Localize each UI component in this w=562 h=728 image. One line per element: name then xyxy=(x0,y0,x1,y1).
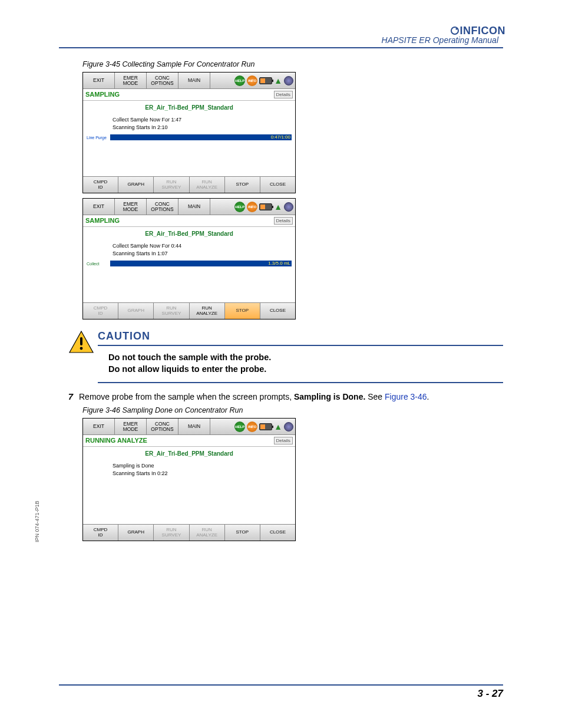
run-survey-button: RUN SURVEY xyxy=(154,525,189,541)
info-icon[interactable]: INFO xyxy=(247,75,257,86)
svg-point-4 xyxy=(80,347,83,350)
screenshot-fig45b: EXIT EMER MODE CONC OPTIONS MAIN HELP IN… xyxy=(82,198,296,319)
battery-icon xyxy=(259,203,272,210)
close-button[interactable]: CLOSE xyxy=(260,525,295,541)
emer-mode-tab[interactable]: EMER MODE xyxy=(115,199,147,215)
progress-bar: 1.3/5.0 mL xyxy=(110,261,292,266)
tree-icon: ▲ xyxy=(274,202,282,212)
stop-button[interactable]: STOP xyxy=(225,525,260,541)
status-label: RUNNING ANALYZE xyxy=(85,437,147,444)
help-icon[interactable]: HELP xyxy=(234,421,245,432)
emer-mode-tab[interactable]: EMER MODE xyxy=(115,73,147,88)
caution-icon xyxy=(68,330,98,383)
cmpd-id-button: CMPD ID xyxy=(83,303,118,319)
progress-readout: 1.3/5.0 mL xyxy=(268,261,290,266)
cmpd-id-button[interactable]: CMPD ID xyxy=(83,177,118,193)
details-button[interactable]: Details xyxy=(274,437,293,444)
run-survey-button: RUN SURVEY xyxy=(154,303,189,319)
info-icon[interactable]: INFO xyxy=(247,202,257,212)
graph-button: GRAPH xyxy=(118,303,154,319)
main-tab[interactable]: MAIN xyxy=(178,199,210,215)
globe-icon xyxy=(284,76,293,85)
svg-point-0 xyxy=(451,27,458,34)
done-line: Sampling is Done xyxy=(113,463,292,469)
caution-block: CAUTION Do not touch the sample with the… xyxy=(68,330,503,383)
caution-title: CAUTION xyxy=(98,330,503,346)
figure-46-caption: Figure 3-46 Sampling Done on Concentrato… xyxy=(82,406,503,414)
page-number: 3 - 27 xyxy=(478,688,503,699)
main-tab[interactable]: MAIN xyxy=(178,419,210,434)
conc-options-tab[interactable]: CONC OPTIONS xyxy=(147,199,178,215)
status-label: SAMPLING xyxy=(85,91,120,98)
progress-label: Line Purge xyxy=(87,136,110,140)
screenshot-fig46: EXIT EMER MODE CONC OPTIONS MAIN HELP IN… xyxy=(82,418,296,541)
tree-icon: ▲ xyxy=(274,76,282,85)
figure-46-link[interactable]: Figure 3-46 xyxy=(385,392,427,401)
main-tab[interactable]: MAIN xyxy=(178,73,210,88)
run-survey-button: RUN SURVEY xyxy=(154,177,189,193)
battery-icon xyxy=(259,77,272,84)
tree-icon: ▲ xyxy=(274,422,282,431)
method-name: ER_Air_Tri-Bed_PPM_Standard xyxy=(87,104,292,111)
step-number: 7 xyxy=(59,391,79,403)
collect-line: Collect Sample Now For 1:47 xyxy=(113,117,292,123)
progress-label: Collect xyxy=(87,262,110,266)
step-7: 7 Remove probe from the sample when the … xyxy=(59,391,503,403)
caution-line-1: Do not touch the sample with the probe. xyxy=(108,352,503,364)
run-analyze-button[interactable]: RUN ANALYZE xyxy=(190,303,225,319)
graph-button[interactable]: GRAPH xyxy=(118,177,154,193)
run-analyze-button: RUN ANALYZE xyxy=(190,177,225,193)
collect-line: Collect Sample Now For 0:44 xyxy=(113,243,292,249)
run-analyze-button: RUN ANALYZE xyxy=(190,525,225,541)
conc-options-tab[interactable]: CONC OPTIONS xyxy=(147,419,178,434)
help-icon[interactable]: HELP xyxy=(234,75,245,86)
method-name: ER_Air_Tri-Bed_PPM_Standard xyxy=(87,230,292,237)
scan-line: Scanning Starts In 1:07 xyxy=(113,251,292,256)
globe-icon xyxy=(284,202,293,212)
graph-button[interactable]: GRAPH xyxy=(118,525,154,541)
stop-button[interactable]: STOP xyxy=(225,177,260,193)
help-icon[interactable]: HELP xyxy=(234,202,245,212)
globe-icon xyxy=(284,422,293,431)
progress-bar: 0:47/1:00 xyxy=(110,134,292,140)
caution-line-2: Do not allow liquids to enter the probe. xyxy=(108,364,503,375)
emer-mode-tab[interactable]: EMER MODE xyxy=(115,419,147,434)
scan-line: Scanning Starts In 0:22 xyxy=(113,470,292,476)
svg-rect-3 xyxy=(80,337,82,345)
stop-button[interactable]: STOP xyxy=(225,303,260,319)
conc-options-tab[interactable]: CONC OPTIONS xyxy=(147,73,178,88)
info-icon[interactable]: INFO xyxy=(247,421,257,432)
svg-point-1 xyxy=(455,28,457,29)
screenshot-fig45a: EXIT EMER MODE CONC OPTIONS MAIN HELP IN… xyxy=(82,72,296,193)
step-text: Remove probe from the sample when the sc… xyxy=(79,391,503,403)
figure-45-caption: Figure 3-45 Collecting Sample For Concen… xyxy=(82,60,503,68)
close-button[interactable]: CLOSE xyxy=(260,303,295,319)
cmpd-id-button[interactable]: CMPD ID xyxy=(83,525,118,541)
side-ipn-text: IPN 074-471-P1B xyxy=(34,500,40,542)
exit-tab[interactable]: EXIT xyxy=(83,73,115,88)
battery-icon xyxy=(259,423,272,430)
brand-logo: INFICON xyxy=(450,25,506,37)
details-button[interactable]: Details xyxy=(274,217,293,225)
exit-tab[interactable]: EXIT xyxy=(83,199,115,215)
status-label: SAMPLING xyxy=(85,217,120,225)
details-button[interactable]: Details xyxy=(274,91,293,98)
exit-tab[interactable]: EXIT xyxy=(83,419,115,434)
method-name: ER_Air_Tri-Bed_PPM_Standard xyxy=(87,450,292,457)
progress-readout: 0:47/1:00 xyxy=(271,134,290,140)
scan-line: Scanning Starts In 2:10 xyxy=(113,124,292,130)
close-button[interactable]: CLOSE xyxy=(260,177,295,193)
